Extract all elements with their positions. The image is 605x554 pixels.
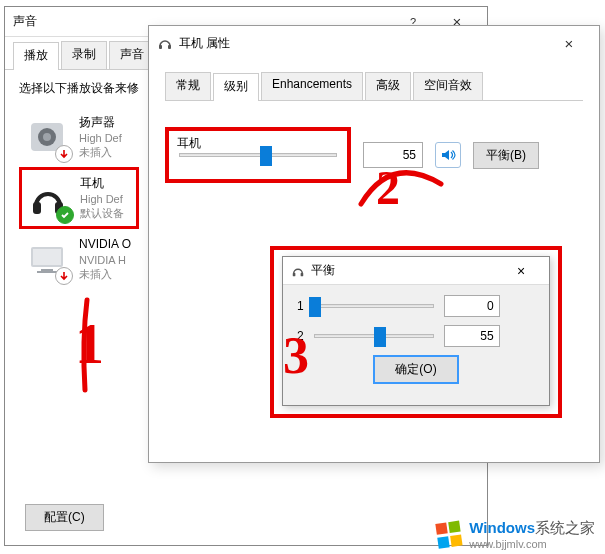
svg-rect-7 <box>41 269 53 271</box>
channel-label: 2 <box>297 329 304 343</box>
watermark-site: 系统之家 <box>535 519 595 536</box>
balance-button[interactable]: 平衡(B) <box>473 142 539 169</box>
status-badge-down-icon <box>55 267 73 285</box>
headphone-level-input[interactable] <box>363 142 423 168</box>
svg-rect-3 <box>33 202 41 214</box>
svg-rect-11 <box>293 272 296 276</box>
headphone-small-icon <box>157 35 173 51</box>
watermark: Windows系统之家 www.bjjmlv.com <box>437 519 595 550</box>
balance-channel-row: 2 <box>297 325 535 347</box>
tab-levels[interactable]: 级别 <box>213 73 259 101</box>
svg-point-2 <box>43 133 51 141</box>
ok-button[interactable]: 确定(O) <box>373 355 458 384</box>
channel-label: 1 <box>297 299 304 313</box>
balance-channel-row: 1 <box>297 295 535 317</box>
tab-spatial[interactable]: 空间音效 <box>413 72 483 100</box>
close-button[interactable]: × <box>547 28 591 58</box>
tab-enhancements[interactable]: Enhancements <box>261 72 363 100</box>
tab-recording[interactable]: 录制 <box>61 41 107 69</box>
device-text: 耳机 High Def 默认设备 <box>80 176 124 220</box>
headphone-level-slider-box: 耳机 <box>165 127 351 183</box>
watermark-url: www.bjjmlv.com <box>469 538 595 550</box>
tab-advanced[interactable]: 高级 <box>365 72 411 100</box>
configure-button[interactable]: 配置(C) <box>25 504 104 531</box>
close-button[interactable]: × <box>501 263 541 279</box>
props-tabs: 常规 级别 Enhancements 高级 空间音效 <box>165 68 583 101</box>
props-title: 耳机 属性 <box>179 35 547 52</box>
device-item-nvidia[interactable]: NVIDIA O NVIDIA H 未插入 <box>19 229 139 289</box>
headphone-icon <box>26 176 70 220</box>
balance-dialog: 平衡 × 1 2 确定(O) <box>282 256 550 406</box>
props-titlebar: 耳机 属性 × <box>149 26 599 60</box>
status-badge-down-icon <box>55 145 73 163</box>
device-item-headphone[interactable]: 耳机 High Def 默认设备 <box>19 167 139 229</box>
channel-2-input[interactable] <box>444 325 500 347</box>
device-text: NVIDIA O NVIDIA H 未插入 <box>79 237 131 281</box>
tab-general[interactable]: 常规 <box>165 72 211 100</box>
windows-logo-icon <box>436 520 465 549</box>
monitor-icon <box>25 237 69 281</box>
slider-thumb[interactable] <box>374 327 386 347</box>
channel-1-input[interactable] <box>444 295 500 317</box>
balance-title: 平衡 <box>311 262 335 279</box>
svg-rect-12 <box>301 272 304 276</box>
watermark-brand: Windows <box>469 519 535 536</box>
status-badge-ok-icon <box>56 206 74 224</box>
headphone-level-slider[interactable] <box>179 153 337 157</box>
channel-2-slider[interactable] <box>314 334 434 338</box>
slider-thumb[interactable] <box>260 146 272 166</box>
balance-titlebar: 平衡 × <box>283 257 549 285</box>
headphone-level-label: 耳机 <box>177 135 201 152</box>
svg-rect-8 <box>37 271 57 273</box>
tab-playback[interactable]: 播放 <box>13 42 59 70</box>
headphone-small-icon <box>291 264 305 278</box>
svg-rect-10 <box>168 45 171 49</box>
device-item-speaker[interactable]: 扬声器 High Def 未插入 <box>19 107 139 167</box>
mute-toggle-button[interactable] <box>435 142 461 168</box>
slider-thumb[interactable] <box>309 297 321 317</box>
speaker-icon <box>25 115 69 159</box>
channel-1-slider[interactable] <box>314 304 434 308</box>
svg-rect-6 <box>33 249 61 265</box>
svg-rect-9 <box>159 45 162 49</box>
device-text: 扬声器 High Def 未插入 <box>79 115 122 159</box>
